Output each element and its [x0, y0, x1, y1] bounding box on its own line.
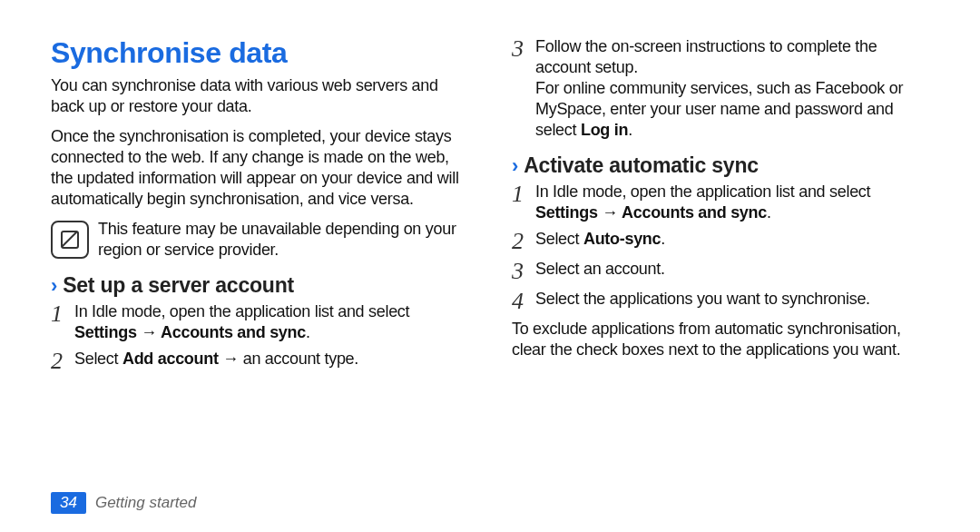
step-2-setup: 2 Select Add account → an account type. [51, 349, 468, 373]
step-3-autosync: 3 Select an account. [512, 259, 929, 283]
step-text: Select an account. [535, 259, 665, 280]
step-number: 1 [512, 182, 535, 206]
step-text: Select Auto-sync. [535, 229, 665, 250]
step-1-autosync: 1 In Idle mode, open the application lis… [512, 182, 929, 223]
step3-line2: For online community services, such as F… [535, 78, 929, 141]
two-column-content: Synchronise data You can synchronise dat… [51, 36, 929, 463]
note-icon [51, 221, 89, 259]
step-text: Select Add account → an account type. [74, 349, 358, 369]
step-text: Follow the on-screen instructions to com… [535, 36, 929, 141]
intro-paragraph-1: You can synchronise data with various we… [51, 75, 468, 117]
page-number: 34 [51, 492, 86, 514]
step-number: 2 [512, 229, 535, 253]
step-number: 4 [512, 289, 535, 313]
step-4-autosync: 4 Select the applications you want to sy… [512, 289, 929, 313]
step3-line1: Follow the on-screen instructions to com… [535, 36, 929, 78]
subsection-activate-autosync: ›Activate automatic sync [512, 153, 929, 178]
step-text: In Idle mode, open the application list … [74, 301, 468, 343]
step-2-autosync: 2 Select Auto-sync. [512, 229, 929, 253]
subsection-title: Activate automatic sync [524, 153, 759, 177]
subsection-title: Set up a server account [63, 273, 294, 297]
step-1-setup: 1 In Idle mode, open the application lis… [51, 301, 468, 343]
intro-paragraph-2: Once the synchronisation is completed, y… [51, 126, 468, 210]
step-3-setup: 3 Follow the on-screen instructions to c… [512, 36, 929, 141]
footer-section: Getting started [95, 494, 197, 512]
subsection-setup-server: ›Set up a server account [51, 273, 468, 298]
step-number: 3 [512, 259, 535, 283]
document-page: Synchronise data You can synchronise dat… [0, 0, 980, 532]
step-number: 1 [51, 301, 74, 326]
note-block: This feature may be unavailable dependin… [51, 219, 468, 261]
page-footer: 34 Getting started [51, 492, 196, 514]
step-number: 2 [51, 349, 74, 373]
note-text: This feature may be unavailable dependin… [98, 219, 468, 261]
step-text: Select the applications you want to sync… [535, 289, 870, 310]
chevron-right-icon: › [512, 154, 518, 177]
autosync-outro: To exclude applications from automatic s… [512, 319, 929, 360]
step-text: In Idle mode, open the application list … [535, 182, 929, 223]
chevron-right-icon: › [51, 274, 57, 297]
step-number: 3 [512, 36, 535, 61]
section-title: Synchronise data [51, 36, 468, 70]
svg-line-1 [62, 232, 77, 247]
